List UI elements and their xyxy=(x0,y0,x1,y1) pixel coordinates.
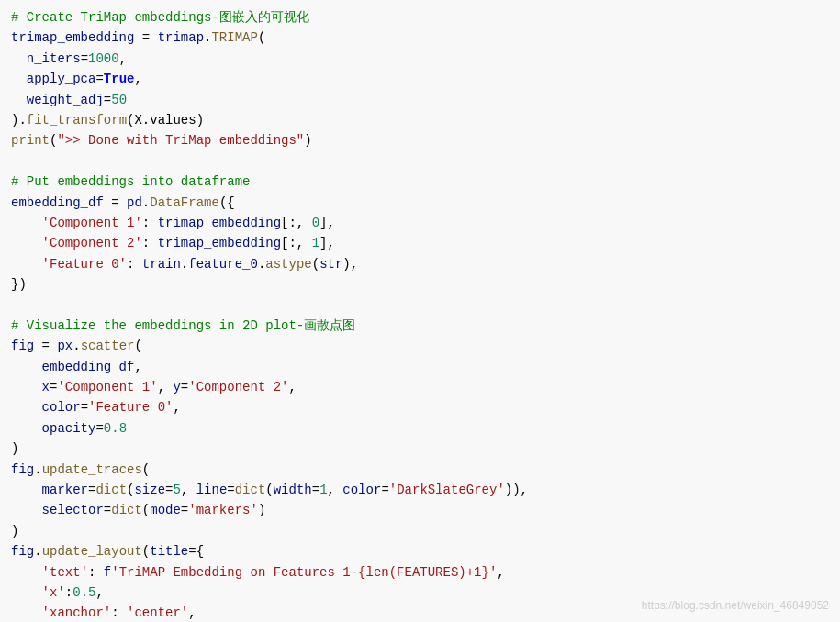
line-1: # Create TriMap embeddings-图嵌入的可视化 xyxy=(11,7,829,28)
line-19: x='Component 1', y='Component 2', xyxy=(11,377,829,397)
code-container: # Create TriMap embeddings-图嵌入的可视化 trima… xyxy=(0,0,840,622)
line-14: }) xyxy=(11,274,829,294)
line-blank-2 xyxy=(11,294,829,315)
line-26: ) xyxy=(11,521,829,541)
line-9: # Put embeddings into dataframe xyxy=(11,172,829,192)
watermark: https://blog.csdn.net/weixin_46849052 xyxy=(642,597,829,615)
line-23: fig.update_traces( xyxy=(11,460,829,480)
line-21: opacity=0.8 xyxy=(11,418,829,439)
line-20: color='Feature 0', xyxy=(11,397,829,417)
line-blank-1 xyxy=(11,151,829,172)
line-18: embedding_df, xyxy=(11,357,829,377)
line-4: apply_pca=True, xyxy=(11,69,829,89)
line-5: weight_adj=50 xyxy=(11,90,829,110)
line-11: 'Component 1': trimap_embedding[:, 0], xyxy=(11,213,829,233)
line-27: fig.update_layout(title={ xyxy=(11,541,829,561)
line-10: embedding_df = pd.DataFrame({ xyxy=(11,193,829,213)
line-12: 'Component 2': trimap_embedding[:, 1], xyxy=(11,233,829,253)
line-17: fig = px.scatter( xyxy=(11,336,829,356)
line-3: n_iters=1000, xyxy=(11,49,829,69)
line-28: 'text': f'TriMAP Embedding on Features 1… xyxy=(11,562,829,583)
line-2: trimap_embedding = trimap.TRIMAP( xyxy=(11,28,829,48)
line-13: 'Feature 0': train.feature_0.astype(str)… xyxy=(11,254,829,274)
line-16: # Visualize the embeddings in 2D plot-画散… xyxy=(11,316,829,336)
line-22: ) xyxy=(11,439,829,459)
line-7: print(">> Done with TriMap embeddings") xyxy=(11,130,829,150)
comment-1: # Create TriMap embeddings-图嵌入的可视化 xyxy=(11,10,309,25)
line-24: marker=dict(size=5, line=dict(width=1, c… xyxy=(11,480,829,500)
line-25: selector=dict(mode='markers') xyxy=(11,500,829,520)
line-6: ).fit_transform(X.values) xyxy=(11,110,829,130)
code-var: trimap_embedding xyxy=(11,30,134,45)
